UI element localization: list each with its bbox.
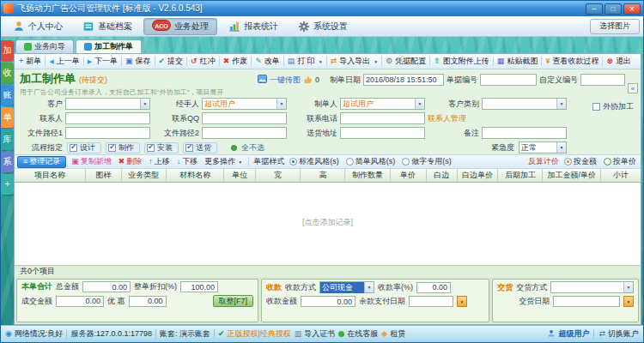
menu-personal-center[interactable]: 个人中心 bbox=[4, 18, 71, 35]
qq-input[interactable] bbox=[202, 112, 287, 124]
new-order-button[interactable]: +新单 bbox=[16, 55, 44, 69]
current-user[interactable]: 超级用户 bbox=[547, 328, 589, 340]
submit-button[interactable]: ✔提交 bbox=[156, 55, 186, 69]
menu-system-settings[interactable]: 系统设置 bbox=[289, 18, 356, 35]
chevron-down-icon[interactable] bbox=[415, 99, 424, 109]
outsourcing-checkbox-group[interactable]: 外协加工 bbox=[592, 101, 634, 112]
balance-date-value[interactable] bbox=[409, 296, 453, 307]
radio-icon[interactable] bbox=[346, 158, 354, 165]
col-material[interactable]: 材料名称 bbox=[167, 169, 224, 182]
deal-amount-value[interactable]: 0.00 bbox=[56, 296, 104, 307]
prev-order-button[interactable]: ◀上一单 bbox=[46, 55, 82, 69]
select-none-link[interactable]: 全不选 bbox=[241, 142, 264, 153]
delete-row-button[interactable]: ✖删除 bbox=[117, 156, 144, 168]
col-width[interactable]: 宽 bbox=[256, 169, 301, 182]
delivery-address-input[interactable] bbox=[340, 127, 425, 139]
remark-input[interactable] bbox=[482, 127, 567, 139]
switch-account-link[interactable]: ⇄切换账户 bbox=[598, 328, 639, 340]
customer-combo[interactable] bbox=[65, 98, 150, 110]
payment-rate-value[interactable]: 0.00 bbox=[416, 282, 451, 293]
style-simple-radio[interactable]: 简单风格(s) bbox=[344, 156, 398, 168]
col-height[interactable]: 高 bbox=[301, 169, 345, 182]
red-flush-button[interactable]: ↺红冲 bbox=[188, 55, 218, 69]
file-path1-input[interactable] bbox=[65, 127, 150, 139]
checkbox-checked-icon[interactable] bbox=[108, 144, 116, 152]
payment-amount-value[interactable]: 0.00 bbox=[301, 296, 355, 307]
process-step-install[interactable]: 安装 bbox=[144, 142, 179, 153]
calc-by-amount-radio[interactable]: 按金额 bbox=[562, 156, 598, 168]
col-subtotal[interactable]: 小计 bbox=[601, 169, 641, 182]
import-cert-link[interactable]: ▥导入证书 bbox=[295, 328, 336, 340]
radio-selected-icon[interactable] bbox=[564, 158, 572, 165]
side-tab-processing[interactable]: 加 bbox=[1, 40, 14, 61]
style-standard-radio[interactable]: 标准风格(s) bbox=[288, 156, 341, 168]
modify-order-button[interactable]: ✎改单 bbox=[252, 55, 283, 69]
col-white-edge-price[interactable]: 白边单价 bbox=[458, 169, 498, 182]
more-actions-button[interactable]: 更多操作 bbox=[203, 156, 244, 168]
col-white-edge[interactable]: 白边 bbox=[427, 169, 459, 182]
col-image[interactable]: 图样 bbox=[86, 169, 122, 182]
import-export-button[interactable]: ⇄导入导出 bbox=[328, 55, 381, 69]
col-post-processing[interactable]: 后期加工 bbox=[498, 169, 543, 182]
checkbox-checked-icon[interactable] bbox=[185, 144, 193, 152]
print-button[interactable]: ▤打 印 bbox=[285, 55, 325, 69]
radio-icon[interactable] bbox=[402, 158, 410, 165]
move-down-button[interactable]: ↓下移 bbox=[175, 156, 200, 168]
chevron-down-icon[interactable] bbox=[556, 99, 566, 109]
menu-basic-archives[interactable]: 基础档案 bbox=[74, 18, 141, 35]
side-tab-add[interactable]: + bbox=[1, 174, 14, 195]
process-step-make[interactable]: 制作 bbox=[106, 142, 140, 153]
minimize-button[interactable] bbox=[586, 3, 603, 15]
round-off-button[interactable]: 取整[F7] bbox=[213, 295, 254, 307]
menu-business-processing[interactable]: ACO 业务处理 bbox=[143, 18, 217, 35]
style-lettering-radio[interactable]: 做字专用(s) bbox=[400, 156, 453, 168]
select-image-button[interactable]: 选择图片 bbox=[590, 19, 640, 34]
save-button[interactable]: ▣保存 bbox=[123, 55, 154, 69]
delivery-date-dropdown-icon[interactable] bbox=[623, 296, 634, 307]
grid-body[interactable]: [点击添加记录] bbox=[15, 183, 641, 265]
customer-type-combo[interactable] bbox=[482, 98, 567, 110]
delivery-method-combo[interactable] bbox=[550, 281, 634, 293]
organize-records-button[interactable]: ≡整理记录 bbox=[17, 156, 66, 168]
move-up-button[interactable]: ↑上移 bbox=[147, 156, 172, 168]
contact-input[interactable] bbox=[65, 112, 150, 124]
void-button[interactable]: ✖作废 bbox=[221, 55, 251, 69]
col-quantity[interactable]: 制作数量 bbox=[345, 169, 390, 182]
attachment-upload-button[interactable]: ⇧图文附件上传 bbox=[431, 55, 492, 69]
balance-date-dropdown-icon[interactable] bbox=[457, 296, 467, 307]
custom-no-value[interactable] bbox=[580, 74, 625, 86]
checkbox-checked-icon[interactable] bbox=[147, 144, 155, 152]
side-tab-inventory[interactable]: 库 bbox=[1, 129, 14, 150]
payment-method-combo[interactable]: 公司现金 bbox=[319, 281, 374, 293]
col-item-name[interactable]: 项目名称 bbox=[15, 169, 86, 182]
paste-screenshot-button[interactable]: ▦粘贴截图 bbox=[495, 55, 541, 69]
delivery-date-value[interactable] bbox=[553, 296, 620, 307]
empty-grid-hint[interactable]: [点击添加记录] bbox=[15, 217, 641, 228]
online-service-link[interactable]: 在线客服 bbox=[338, 328, 378, 340]
tab-work-order[interactable]: 加工制作单 bbox=[76, 39, 142, 53]
checkbox-unchecked-icon[interactable] bbox=[592, 103, 600, 111]
contact-manage-link[interactable]: 联系人管理 bbox=[428, 113, 567, 124]
lease-link[interactable]: ◆租赁 bbox=[381, 328, 405, 340]
file-path2-input[interactable] bbox=[202, 127, 287, 139]
made-date-value[interactable]: 2016/08/18 15:51:50 bbox=[363, 74, 444, 86]
chevron-down-icon[interactable] bbox=[276, 99, 286, 109]
radio-selected-icon[interactable] bbox=[289, 158, 297, 165]
col-processing-amount[interactable]: 加工金额/单价 bbox=[543, 169, 600, 182]
process-step-deliver[interactable]: 送货 bbox=[183, 142, 217, 153]
urgency-combo[interactable]: 正常 bbox=[519, 141, 567, 153]
menu-report-statistics[interactable]: 报表统计 bbox=[220, 18, 287, 35]
chevron-down-icon[interactable] bbox=[140, 99, 149, 109]
phone-input[interactable] bbox=[340, 112, 425, 124]
total-amount-value[interactable]: 0.00 bbox=[82, 281, 131, 292]
discount-value[interactable]: 100.00 bbox=[180, 281, 218, 292]
col-business-type[interactable]: 业务类型 bbox=[122, 169, 167, 182]
maker-combo[interactable]: 超试用户 bbox=[340, 98, 425, 110]
col-unit-price[interactable]: 单价 bbox=[391, 169, 427, 182]
copy-add-button[interactable]: ▣复制新增 bbox=[70, 156, 113, 168]
tab-business-wizard[interactable]: 业务向导 bbox=[15, 39, 74, 53]
exit-button[interactable]: ⊗退出 bbox=[604, 55, 634, 69]
side-tab-accounts[interactable]: 账 bbox=[1, 85, 14, 105]
checkbox-checked-icon[interactable] bbox=[70, 144, 77, 152]
favor-value[interactable]: 0.00 bbox=[129, 296, 167, 307]
